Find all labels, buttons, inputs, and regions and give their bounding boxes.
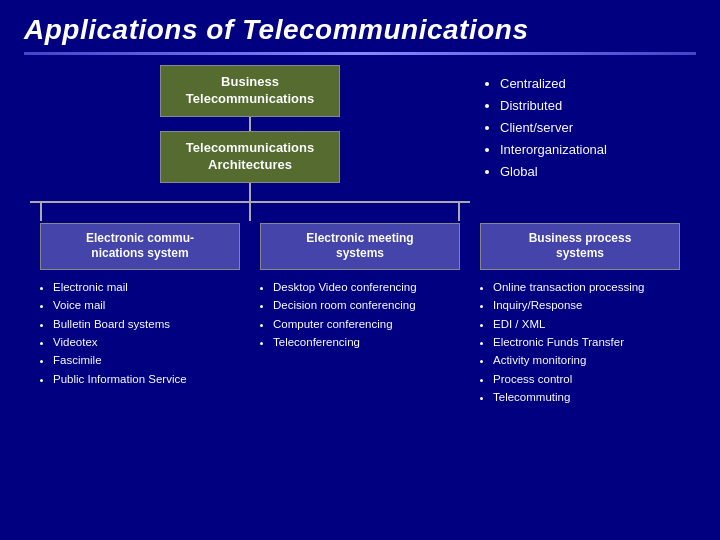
business-telecom-box: Business Telecommunications [160, 65, 340, 117]
bullet-centralized: Centralized [500, 73, 690, 95]
v-drop-center [249, 201, 251, 221]
slide: Applications of Telecommunications Busin… [0, 0, 720, 540]
slide-title: Applications of Telecommunications [24, 14, 696, 46]
right-bullets-list: Centralized Distributed Client/server In… [470, 65, 690, 183]
three-columns: Electronic commu-nications system Electr… [20, 223, 700, 407]
divider [24, 52, 696, 55]
electronic-meeting-box: Electronic meetingsystems [260, 223, 460, 270]
content-area: Business Telecommunications Telecommunic… [0, 65, 720, 406]
col1-bullets: Electronic mail Voice mail Bulletin Boar… [35, 270, 235, 388]
top-section: Business Telecommunications Telecommunic… [20, 65, 700, 203]
col-electronic-comms: Electronic commu-nications system Electr… [35, 223, 245, 407]
col-electronic-meeting: Electronic meetingsystems Desktop Video … [255, 223, 465, 407]
title-bar: Applications of Telecommunications [0, 0, 720, 52]
bullet-distributed: Distributed [500, 95, 690, 117]
col-business-process: Business processsystems Online transacti… [475, 223, 685, 407]
connector-v1 [249, 117, 251, 131]
h-connector [30, 201, 470, 203]
telecom-arch-box: Telecommunications Architectures [160, 131, 340, 183]
col2-bullets: Desktop Video conferencing Decision room… [255, 270, 455, 352]
bullet-clientserver: Client/server [500, 117, 690, 139]
col3-bullets: Online transaction processing Inquiry/Re… [475, 270, 675, 407]
v-drop-left [40, 201, 42, 221]
electronic-comms-box: Electronic commu-nications system [40, 223, 240, 270]
business-process-box: Business processsystems [480, 223, 680, 270]
v-drop-right [458, 201, 460, 221]
connector-v2 [249, 183, 251, 201]
bullet-interorg: Interorganizational [500, 139, 690, 161]
bullet-global: Global [500, 161, 690, 183]
